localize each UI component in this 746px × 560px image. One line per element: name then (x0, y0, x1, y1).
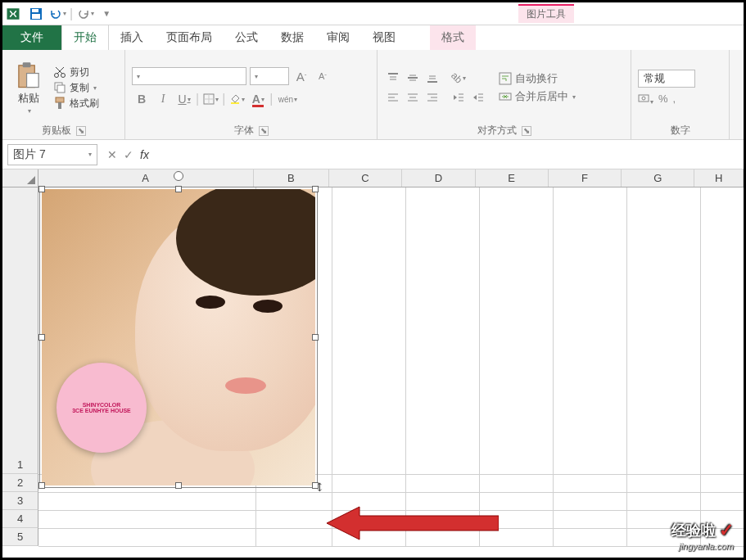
formula-bar: 图片 7▾ ✕ ✓ fx (2, 140, 744, 169)
brush-icon (53, 97, 66, 110)
svg-rect-6 (27, 73, 39, 87)
inserted-picture[interactable]: SHINYCOLOR 3CE EUNHYE HOUSE ⤡ (42, 189, 315, 485)
col-header-D[interactable]: D (402, 169, 475, 187)
comma-button[interactable]: , (673, 93, 676, 106)
row-header-1[interactable]: 1 (2, 456, 38, 474)
group-clipboard: 粘贴 ▾ 剪切 复制▾ 格式刷 剪贴板⬊ (2, 50, 125, 139)
alignment-group-label: 对齐方式 (477, 124, 517, 138)
italic-button[interactable]: I (153, 90, 173, 108)
orientation-button[interactable]: ab▾ (450, 70, 468, 86)
merge-icon (499, 90, 512, 103)
clipboard-launcher[interactable]: ⬊ (76, 126, 86, 136)
alignment-launcher[interactable]: ⬊ (522, 126, 531, 136)
align-top-button[interactable] (384, 70, 402, 86)
context-tab-label: 图片工具 (518, 4, 574, 23)
tab-home[interactable]: 开始 (61, 25, 109, 50)
wrap-text-button[interactable]: 自动换行 (499, 71, 576, 86)
clipboard-group-label: 剪贴板 (42, 124, 71, 138)
merge-center-button[interactable]: 合并后居中▾ (499, 89, 576, 104)
phonetic-button[interactable]: wén▾ (274, 90, 301, 108)
qat-undo-button[interactable]: ▾ (48, 5, 66, 23)
tab-formulas[interactable]: 公式 (224, 25, 269, 50)
align-center-button[interactable] (404, 89, 422, 106)
qat-redo-button[interactable]: ▾ (76, 5, 94, 23)
tab-view[interactable]: 视图 (361, 25, 407, 50)
paste-button[interactable]: 粘贴 ▾ (9, 53, 48, 122)
row-header-2[interactable]: 2 (2, 474, 38, 492)
font-group-label: 字体 (234, 124, 254, 138)
svg-rect-5 (23, 62, 31, 67)
insert-function-button[interactable]: fx (140, 148, 149, 161)
tab-format[interactable]: 格式 (430, 25, 476, 50)
svg-rect-2 (32, 9, 38, 12)
font-name-combo[interactable]: ▾ (132, 67, 246, 85)
tab-file[interactable]: 文件 (2, 25, 61, 50)
tab-insert[interactable]: 插入 (109, 25, 155, 50)
cancel-formula-button[interactable]: ✕ (107, 148, 117, 161)
cut-button[interactable]: 剪切 (53, 65, 99, 79)
paste-label: 粘贴 (18, 91, 39, 106)
font-color-button[interactable]: A▾ (248, 90, 268, 108)
borders-button[interactable]: ▾ (201, 90, 220, 108)
grow-font-button[interactable]: Aˆ (292, 67, 310, 85)
col-header-A[interactable]: A (38, 169, 254, 187)
align-right-button[interactable] (423, 89, 441, 106)
increase-indent-button[interactable] (469, 89, 487, 106)
resize-handle-tr[interactable] (312, 186, 319, 192)
svg-rect-42 (639, 95, 649, 102)
qat-separator: | (70, 7, 73, 21)
spreadsheet-grid[interactable]: A B C D E F G H 1 2 3 4 5 (2, 169, 744, 546)
fill-color-button[interactable]: ▾ (227, 90, 246, 108)
percent-button[interactable]: % (658, 93, 668, 106)
align-middle-button[interactable] (404, 70, 422, 86)
rotate-handle[interactable] (174, 171, 183, 181)
resize-handle-bm[interactable] (175, 482, 182, 489)
col-header-G[interactable]: G (622, 169, 694, 187)
enter-formula-button[interactable]: ✓ (124, 148, 133, 161)
picture-content: SHINYCOLOR 3CE EUNHYE HOUSE (42, 189, 315, 485)
col-header-H[interactable]: H (694, 169, 744, 187)
col-header-B[interactable]: B (254, 169, 329, 187)
copy-button[interactable]: 复制▾ (53, 81, 99, 95)
underline-button[interactable]: U▾ (174, 90, 194, 108)
tab-data[interactable]: 数据 (269, 25, 315, 50)
borders-icon (203, 93, 215, 105)
svg-rect-10 (57, 85, 65, 93)
col-header-E[interactable]: E (476, 169, 549, 187)
resize-handle-mr[interactable] (312, 334, 319, 341)
font-launcher[interactable]: ⬊ (259, 126, 269, 136)
resize-handle-tm[interactable] (175, 186, 182, 192)
formula-input[interactable] (159, 144, 739, 165)
qat-save-button[interactable] (27, 5, 45, 23)
row-header-3[interactable]: 3 (2, 492, 38, 510)
number-format-combo[interactable]: 常规 (638, 70, 695, 88)
qat-customize-button[interactable]: ▼ (97, 5, 115, 23)
align-bottom-button[interactable] (423, 70, 441, 86)
tab-page-layout[interactable]: 页面布局 (155, 25, 224, 50)
bold-button[interactable]: B (132, 90, 151, 108)
col-header-F[interactable]: F (549, 169, 622, 187)
group-font: ▾ ▾ Aˆ Aˇ B I U▾ | ▾ | ▾ A▾ | wén▾ 字体⬊ (125, 50, 378, 139)
svg-point-43 (642, 97, 645, 100)
decrease-indent-button[interactable] (450, 89, 468, 106)
resize-handle-bl[interactable] (38, 482, 45, 489)
group-number: 常规 ▾ % , 数字 (631, 50, 730, 139)
resize-handle-ml[interactable] (38, 334, 45, 341)
svg-point-7 (55, 74, 59, 78)
accounting-format-button[interactable]: ▾ (638, 93, 653, 106)
tab-review[interactable]: 审阅 (315, 25, 361, 50)
align-left-button[interactable] (384, 89, 402, 106)
row-header-4[interactable]: 4 (2, 510, 38, 528)
row-header-5[interactable]: 5 (2, 528, 38, 546)
shrink-font-button[interactable]: Aˇ (314, 67, 332, 85)
resize-handle-tl[interactable] (38, 186, 45, 192)
copy-icon (53, 81, 66, 94)
format-painter-button[interactable]: 格式刷 (53, 97, 99, 111)
font-size-combo[interactable]: ▾ (250, 67, 289, 85)
col-header-C[interactable]: C (329, 169, 402, 187)
select-all-corner[interactable] (2, 169, 38, 187)
currency-icon (638, 93, 649, 104)
watermark: 经验啦✓ jingyanla.com (671, 520, 734, 551)
name-box[interactable]: 图片 7▾ (7, 144, 97, 165)
scissors-icon (53, 65, 66, 79)
